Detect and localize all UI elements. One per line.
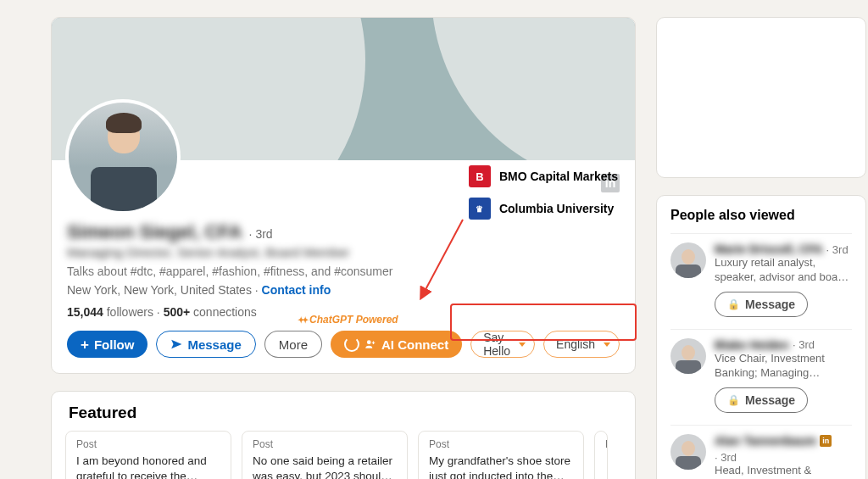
profile-orgs: B BMO Capital Markets ♛ Columbia Univers… bbox=[469, 165, 618, 220]
message-button[interactable]: Message bbox=[156, 331, 255, 358]
pav-title: People also viewed bbox=[670, 208, 852, 223]
language-label: English bbox=[556, 337, 595, 351]
profile-talks-about: Talks about #dtc, #apparel, #fashion, #f… bbox=[67, 265, 620, 278]
person-degree: · 3rd bbox=[826, 243, 849, 256]
person-headline: Luxury retail analyst, speaker, advisor … bbox=[715, 256, 852, 285]
say-hello-label: Say Hello bbox=[483, 331, 510, 358]
featured-type: P bbox=[595, 432, 608, 454]
chevron-down-icon bbox=[604, 343, 610, 347]
org-item[interactable]: B BMO Capital Markets bbox=[469, 165, 618, 187]
avatar bbox=[670, 242, 706, 278]
message-label: Message bbox=[187, 337, 241, 352]
profile-avatar[interactable] bbox=[65, 99, 181, 214]
message-button[interactable]: 🔒 Message bbox=[715, 387, 808, 413]
connections-label: connections bbox=[190, 305, 257, 319]
featured-text: No one said being a retailer was easy, b… bbox=[242, 454, 407, 479]
separator: · bbox=[157, 305, 164, 319]
plus-icon: + bbox=[81, 337, 89, 352]
featured-text: My grandfather's shoe store just got ind… bbox=[419, 454, 583, 479]
featured-item[interactable]: Post My grandfather's shoe store just go… bbox=[418, 431, 584, 479]
ai-swirl-icon bbox=[344, 337, 359, 352]
follow-label: Follow bbox=[94, 337, 135, 352]
person-headline: Head, Investment & Corporate Banking at … bbox=[715, 464, 852, 479]
profile-location: New York, New York, United States bbox=[67, 283, 252, 297]
chevron-down-icon bbox=[519, 343, 526, 347]
lock-icon: 🔒 bbox=[727, 394, 740, 406]
featured-type: Post bbox=[242, 432, 407, 454]
lock-icon: 🔒 bbox=[727, 298, 740, 310]
org-item[interactable]: ♛ Columbia University bbox=[469, 198, 618, 220]
contact-info-link[interactable]: Contact info bbox=[262, 283, 331, 297]
featured-section: Featured Post I am beyond honored and gr… bbox=[51, 391, 636, 479]
ai-connect-label: AI Connect bbox=[381, 337, 448, 352]
connections-count[interactable]: 500+ bbox=[164, 305, 191, 319]
person-name: Alan Tannenbaum bbox=[715, 434, 816, 448]
premium-badge-icon: in bbox=[820, 435, 832, 447]
svg-point-1 bbox=[367, 340, 371, 344]
org-logo-icon: ♛ bbox=[469, 198, 491, 220]
org-logo-icon: B bbox=[469, 165, 491, 187]
avatar bbox=[670, 338, 706, 374]
featured-text: I am beyond honored and grateful to rece… bbox=[66, 454, 231, 479]
followers-count[interactable]: 15,044 bbox=[67, 305, 103, 319]
followers-label: followers bbox=[103, 305, 153, 319]
avatar bbox=[670, 434, 706, 470]
ai-connect-button[interactable]: AI Connect bbox=[331, 331, 462, 358]
paper-plane-icon bbox=[170, 338, 182, 350]
more-label: More bbox=[279, 337, 308, 352]
person-plus-icon bbox=[364, 338, 376, 350]
say-hello-dropdown[interactable]: Say Hello bbox=[470, 331, 535, 358]
message-label: Message bbox=[745, 393, 795, 407]
person-item[interactable]: Blake Heiden · 3rd Vice Chair, Investmen… bbox=[670, 329, 852, 425]
profile-headline: Managing Director, Senior Analyst, Board… bbox=[67, 245, 620, 259]
person-item[interactable]: Marie Driscoll, CFA · 3rd Luxury retail … bbox=[670, 233, 852, 329]
profile-degree: · 3rd bbox=[249, 227, 273, 241]
featured-item[interactable]: Post I am beyond honored and grateful to… bbox=[65, 431, 231, 479]
org-name: Columbia University bbox=[499, 202, 614, 215]
chatgpt-powered-label: ChatGPT Powered bbox=[298, 314, 398, 326]
person-name: Blake Heiden bbox=[715, 338, 789, 352]
featured-type: Post bbox=[66, 432, 231, 454]
person-item[interactable]: Alan Tannenbaum in · 3rd Head, Investmen… bbox=[670, 425, 852, 479]
person-degree: · 3rd bbox=[793, 338, 815, 351]
person-degree: · 3rd bbox=[715, 451, 737, 464]
profile-card: in B BMO Capital Markets ♛ bbox=[51, 17, 636, 374]
people-also-viewed-card: People also viewed Marie Driscoll, CFA ·… bbox=[656, 195, 866, 479]
profile-name: Simeon Siegel, CFA bbox=[67, 221, 242, 243]
more-button[interactable]: More bbox=[264, 331, 322, 358]
person-headline: Vice Chair, Investment Banking; Managing… bbox=[715, 352, 852, 381]
featured-title: Featured bbox=[52, 392, 635, 431]
message-button[interactable]: 🔒 Message bbox=[715, 292, 808, 317]
separator: · bbox=[255, 283, 262, 297]
message-label: Message bbox=[745, 298, 795, 311]
follow-button[interactable]: + Follow bbox=[67, 331, 147, 358]
org-name: BMO Capital Markets bbox=[499, 170, 618, 183]
featured-item[interactable]: Post No one said being a retailer was ea… bbox=[242, 431, 408, 479]
sidebar-ad-card bbox=[656, 17, 866, 178]
featured-item[interactable]: P bbox=[594, 431, 608, 479]
person-name: Marie Driscoll, CFA bbox=[715, 242, 823, 256]
featured-type: Post bbox=[419, 432, 583, 454]
language-dropdown[interactable]: English bbox=[543, 331, 620, 358]
